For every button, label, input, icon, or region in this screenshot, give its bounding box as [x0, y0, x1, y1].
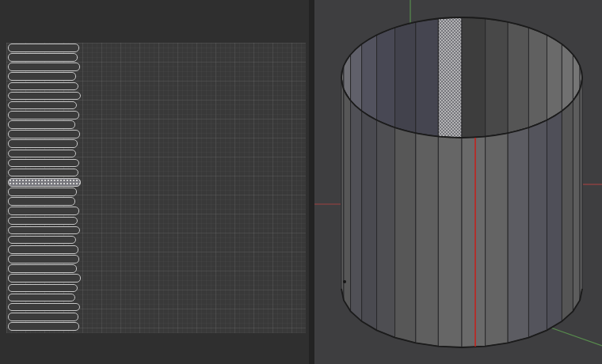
cylinder-face[interactable] — [580, 78, 582, 300]
uv-face-strip[interactable] — [8, 44, 79, 52]
uv-face-strip[interactable] — [8, 169, 78, 177]
vertex-dot — [343, 280, 346, 283]
cylinder-face[interactable] — [547, 111, 562, 330]
cylinder-interior-face[interactable] — [562, 44, 573, 111]
uv-face-strip[interactable] — [8, 139, 78, 148]
uv-face-strip[interactable] — [8, 111, 79, 119]
blender-window — [0, 0, 602, 364]
uv-face-strip[interactable] — [8, 207, 79, 215]
cylinder-interior-face[interactable] — [528, 28, 547, 127]
uv-face-strip[interactable] — [8, 92, 81, 100]
uv-face-strip[interactable] — [8, 217, 78, 226]
y-axis-line — [551, 328, 602, 346]
selected-face[interactable] — [438, 17, 462, 138]
cylinder-face[interactable] — [508, 127, 528, 343]
uv-face-strip[interactable] — [8, 284, 78, 293]
uv-grid-canvas[interactable] — [6, 43, 306, 333]
cylinder-face[interactable] — [344, 89, 351, 311]
cylinder-interior-face[interactable] — [508, 22, 528, 133]
uv-face-strip[interactable] — [8, 159, 79, 168]
cylinder-interior-face[interactable] — [462, 17, 486, 138]
cylinder-face[interactable] — [573, 89, 580, 311]
cylinder-face[interactable] — [351, 100, 362, 321]
uv-face-strip[interactable] — [8, 101, 77, 110]
cylinder-interior-face[interactable] — [547, 35, 562, 119]
uv-face-strip[interactable] — [8, 82, 78, 91]
uv-face-strip[interactable] — [8, 264, 77, 273]
cylinder-face[interactable] — [462, 137, 486, 347]
uv-face-strip[interactable] — [8, 303, 80, 312]
uv-face-strip[interactable] — [8, 53, 78, 62]
cylinder-face[interactable] — [528, 120, 547, 338]
cylinder-interior-face[interactable] — [351, 44, 362, 111]
uv-face-strip[interactable] — [8, 313, 78, 321]
uv-face-strip[interactable] — [8, 322, 79, 331]
uv-face-strip[interactable] — [8, 245, 78, 254]
cylinder-face[interactable] — [362, 111, 377, 330]
cylinder-face[interactable] — [486, 133, 509, 346]
cylinder-interior-face[interactable] — [416, 18, 439, 136]
uv-face-strip[interactable] — [8, 255, 79, 264]
cylinder-face[interactable] — [377, 120, 395, 338]
uv-face-strip[interactable] — [8, 72, 76, 81]
cylinder-face[interactable] — [395, 127, 416, 343]
uv-face-strip[interactable] — [8, 120, 75, 129]
cylinder-face[interactable] — [416, 133, 439, 346]
uv-face-strip[interactable] — [8, 294, 75, 302]
panel-divider[interactable] — [309, 0, 314, 364]
cylinder-interior-face[interactable] — [395, 22, 416, 133]
uv-face-strip-selected[interactable] — [8, 178, 81, 187]
uv-face-strip[interactable] — [8, 150, 76, 158]
cylinder-interior-face[interactable] — [362, 35, 377, 119]
viewport-3d-panel[interactable] — [314, 0, 602, 364]
uv-face-strip[interactable] — [8, 197, 75, 206]
uv-editor-panel[interactable] — [0, 0, 309, 364]
uv-face-strip[interactable] — [8, 63, 80, 71]
uv-face-strip[interactable] — [8, 274, 81, 282]
cylinder-face[interactable] — [562, 100, 573, 321]
uv-island[interactable] — [8, 44, 81, 332]
cylinder-face[interactable] — [438, 137, 462, 347]
cylinder-interior-face[interactable] — [486, 18, 509, 136]
cylinder-interior-face[interactable] — [377, 28, 395, 127]
uv-face-strip[interactable] — [8, 226, 80, 235]
viewport-svg[interactable] — [314, 0, 602, 364]
uv-face-strip[interactable] — [8, 130, 80, 138]
uv-face-strip[interactable] — [8, 188, 77, 196]
uv-face-strip[interactable] — [8, 236, 76, 245]
